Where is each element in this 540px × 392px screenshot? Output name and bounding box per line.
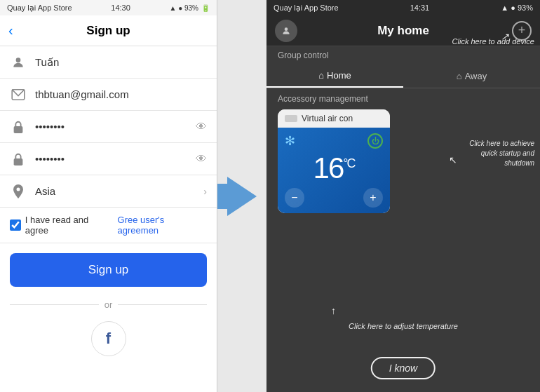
eye-icon-password[interactable]: 👁 [196, 121, 207, 133]
ac-card-header: Virtual air con [278, 109, 390, 128]
temp-decrease-button[interactable]: − [285, 188, 304, 208]
agreement-link[interactable]: Gree user's agreemen [118, 215, 207, 236]
left-nav-bar: ‹ Sign up [0, 15, 217, 46]
or-label: or [104, 299, 113, 310]
svg-point-4 [17, 187, 20, 191]
chevron-right-icon: › [203, 186, 207, 197]
adjust-temp-arrow: ↑ [331, 305, 336, 316]
eye-icon-confirm[interactable]: 👁 [196, 153, 207, 165]
home-nav-left [275, 20, 297, 42]
left-status-bar: Quay lại App Store 14:30 ▲ ● 93% 🔋 [0, 0, 217, 15]
quick-startup-arrow: ↖ [449, 154, 457, 165]
ac-top-row: ✻ ⏻ [285, 133, 383, 149]
location-icon [10, 183, 27, 200]
password-field-row: 👁 [0, 111, 217, 143]
tab-home[interactable]: ⌂ Home [266, 65, 403, 88]
home-tab-label: Home [327, 70, 351, 81]
tabs-row: ⌂ Home ⌂ Away [266, 65, 540, 88]
right-page-title: My home [377, 24, 429, 38]
email-input[interactable] [35, 88, 207, 100]
page-title: Sign up [86, 24, 130, 38]
ac-bottom-row: − + [285, 188, 383, 208]
signup-form: 👁 👁 › I have read and agree Gree user's … [0, 46, 217, 392]
snowflake-icon: ✻ [285, 133, 295, 149]
or-line-left [10, 304, 99, 305]
right-back-label: Quay lại App Store [274, 4, 339, 13]
ac-temperature: 16°C [285, 149, 383, 188]
signal-left: ▲ ● 93% [169, 4, 198, 12]
confirm-field-row: 👁 [0, 143, 217, 175]
right-time: 14:31 [410, 4, 430, 12]
tab-away[interactable]: ⌂ Away [403, 65, 540, 88]
status-bar-left: Quay lại App Store [7, 4, 72, 13]
group-control-label: Group control [278, 50, 329, 60]
back-app-store-label: Quay lại App Store [7, 4, 72, 13]
facebook-button[interactable]: f [91, 321, 126, 356]
right-status-bar: Quay lại App Store 14:31 ▲ ● 93% [266, 0, 540, 15]
region-input[interactable] [35, 185, 195, 197]
name-field-row [0, 46, 217, 79]
home-avatar [275, 20, 297, 42]
transition-arrow [217, 0, 266, 392]
away-tab-label: Away [465, 71, 487, 81]
temp-increase-button[interactable]: + [363, 188, 383, 208]
away-tab-icon: ⌂ [457, 71, 462, 81]
right-signal: ▲ ● 93% [501, 4, 533, 12]
ac-card-body: ✻ ⏻ 16°C − + [278, 128, 390, 213]
agreement-checkbox[interactable] [10, 219, 21, 231]
envelope-icon [10, 86, 27, 103]
i-know-button[interactable]: I know [371, 357, 436, 379]
battery-left: 🔋 [201, 4, 210, 12]
status-time-left: 14:30 [111, 4, 130, 12]
ac-power-button[interactable]: ⏻ [367, 133, 383, 149]
or-line-right [118, 304, 207, 305]
svg-rect-3 [14, 158, 23, 165]
arrow-right-icon [227, 177, 257, 216]
name-input[interactable] [35, 56, 207, 68]
lock-icon-confirm [10, 151, 27, 168]
or-divider: or [0, 297, 217, 313]
agreement-prefix: I have read and agree [25, 215, 114, 236]
confirm-input[interactable] [35, 153, 187, 165]
right-panel: Quay lại App Store 14:31 ▲ ● 93% My home… [266, 0, 540, 392]
svg-rect-2 [14, 126, 23, 133]
home-tab-icon: ⌂ [318, 70, 324, 81]
status-indicators-left: ▲ ● 93% 🔋 [169, 4, 210, 12]
password-input[interactable] [35, 121, 187, 133]
accessory-management-label: Accessory management [266, 88, 540, 107]
adjust-temp-annotation: Click here to adjust temperature [349, 322, 458, 330]
svg-point-0 [16, 58, 21, 62]
quick-startup-annotation: Click here to achieve quick startup and … [461, 139, 534, 168]
temp-value: 16 [313, 151, 344, 184]
ac-card[interactable]: Virtual air con ✻ ⏻ 16°C − + [278, 109, 390, 213]
signup-button[interactable]: Sign up [10, 253, 207, 287]
group-control-row: Group control [266, 46, 540, 65]
temp-unit: °C [343, 156, 354, 170]
left-panel: Quay lại App Store 14:30 ▲ ● 93% 🔋 ‹ Sig… [0, 0, 217, 392]
lock-icon-password [10, 119, 27, 135]
back-button[interactable]: ‹ [8, 22, 13, 39]
add-device-arrow: ↗ [501, 31, 509, 42]
region-field-row: › [0, 175, 217, 208]
svg-point-5 [285, 27, 288, 31]
agreement-row: I have read and agree Gree user's agreem… [0, 208, 217, 243]
ac-card-title: Virtual air con [302, 114, 353, 123]
add-device-annotation: Click here to add device [450, 36, 534, 47]
email-field-row [0, 79, 217, 111]
person-icon [10, 54, 27, 71]
ac-header-icon [285, 115, 297, 122]
